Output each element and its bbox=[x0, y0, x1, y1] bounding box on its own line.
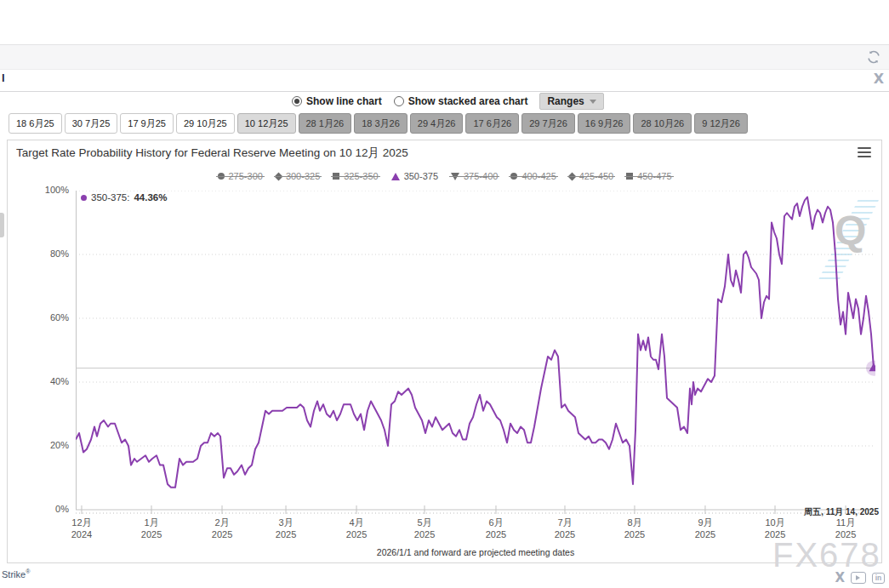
meeting-tab[interactable]: 29 7月26 bbox=[521, 113, 575, 134]
square-marker-icon bbox=[626, 173, 633, 180]
x-tick-label: 12月2024 bbox=[71, 517, 92, 540]
y-tick-label: 100% bbox=[8, 185, 69, 195]
legend-item-275-300[interactable]: 275-300 bbox=[218, 171, 263, 181]
chart-legend: 275-300300-325325-350350-375375-400400-4… bbox=[8, 171, 881, 181]
radio-selected-icon bbox=[292, 96, 302, 106]
legend-label: 275-300 bbox=[229, 171, 263, 181]
radio-area-label: Show stacked area chart bbox=[408, 95, 528, 107]
radio-line-label: Show line chart bbox=[306, 95, 382, 107]
series-dot-icon bbox=[81, 195, 87, 201]
diamond-marker-icon bbox=[274, 172, 282, 180]
registered-mark: ® bbox=[26, 568, 30, 574]
legend-label: 450-475 bbox=[637, 171, 671, 181]
truncated-label: l bbox=[2, 71, 5, 84]
legend-item-450-475[interactable]: 450-475 bbox=[626, 171, 671, 181]
legend-label: 350-375 bbox=[404, 171, 438, 181]
chart-title: Target Rate Probability History for Fede… bbox=[16, 146, 408, 161]
meeting-tab[interactable]: 9 12月26 bbox=[694, 113, 748, 134]
ranges-dropdown[interactable]: Ranges bbox=[539, 93, 603, 110]
x-tick-label: 9月2025 bbox=[695, 517, 715, 540]
refresh-icon[interactable] bbox=[865, 49, 882, 66]
meeting-tab[interactable]: 18 3月26 bbox=[354, 113, 407, 134]
legend-item-350-375[interactable]: 350-375 bbox=[391, 171, 438, 181]
x-tick-label: 8月2025 bbox=[624, 517, 645, 540]
x-tick-label: 2月2025 bbox=[212, 517, 232, 540]
meeting-tab[interactable]: 28 1月26 bbox=[299, 113, 352, 134]
legend-label: 300-325 bbox=[286, 171, 320, 181]
meeting-tab[interactable]: 16 9月26 bbox=[578, 113, 631, 134]
meeting-tab[interactable]: 29 4月26 bbox=[410, 113, 464, 134]
x-tick-label: 3月2025 bbox=[276, 517, 296, 540]
projected-dates-footnote: 2026/1/1 and forward are projected meeti… bbox=[76, 547, 875, 557]
square-marker-icon bbox=[333, 173, 339, 180]
meeting-tab[interactable]: 28 10月26 bbox=[633, 113, 692, 134]
legend-item-425-450[interactable]: 425-450 bbox=[569, 171, 613, 181]
line-chart-plot bbox=[76, 191, 875, 517]
radio-show-stacked-area-chart[interactable]: Show stacked area chart bbox=[394, 95, 528, 107]
x-tick-label: 5月2025 bbox=[414, 517, 435, 540]
ranges-label: Ranges bbox=[547, 95, 584, 107]
page: l X Show line chart Show stacked area ch… bbox=[0, 0, 889, 588]
legend-item-400-425[interactable]: 400-425 bbox=[510, 171, 556, 181]
hover-series-label: 350-375: 44.36% bbox=[81, 192, 167, 203]
triangle-down-marker-icon bbox=[451, 173, 459, 180]
meeting-tab[interactable]: 17 6月26 bbox=[465, 113, 519, 134]
legend-label: 375-400 bbox=[464, 171, 498, 181]
hover-date-label: 周五, 11月 14, 2025 bbox=[804, 506, 879, 518]
meeting-tab[interactable]: 30 7月25 bbox=[65, 113, 118, 134]
chart-card: Target Rate Probability History for Fede… bbox=[7, 140, 882, 563]
triangle-up-marker-icon bbox=[391, 173, 400, 180]
y-tick-label: 60% bbox=[8, 312, 69, 323]
meeting-tab[interactable]: 29 10月25 bbox=[176, 113, 235, 134]
legend-label: 325-350 bbox=[344, 171, 378, 181]
hover-series-value: 44.36% bbox=[134, 192, 167, 203]
hover-series-name: 350-375: bbox=[91, 192, 129, 203]
y-tick-label: 40% bbox=[8, 376, 69, 386]
close-x-icon[interactable]: X bbox=[874, 71, 884, 87]
meeting-tab[interactable]: 10 12月25 bbox=[237, 113, 296, 134]
x-tick-label: 6月2025 bbox=[486, 517, 506, 540]
fx678-watermark: FX678 bbox=[772, 536, 881, 574]
meeting-tab[interactable]: 17 9月25 bbox=[120, 113, 174, 134]
x-tick-label: 7月2025 bbox=[555, 517, 575, 540]
chevron-down-icon bbox=[590, 100, 596, 104]
legend-item-325-350[interactable]: 325-350 bbox=[333, 171, 378, 181]
y-tick-label: 0% bbox=[8, 504, 69, 514]
chart-menu-icon[interactable] bbox=[858, 147, 871, 157]
meeting-date-tabs: 18 6月2530 7月2517 9月2529 10月2510 12月2528 … bbox=[9, 113, 748, 134]
legend-label: 425-450 bbox=[579, 171, 613, 181]
left-edge-handle[interactable] bbox=[0, 213, 4, 237]
chart-mode-controls: Show line chart Show stacked area chart … bbox=[292, 93, 604, 110]
diamond-marker-icon bbox=[567, 172, 576, 180]
x-tick-label: 1月2025 bbox=[141, 517, 162, 540]
probability-line-series bbox=[76, 197, 874, 488]
radio-show-line-chart[interactable]: Show line chart bbox=[292, 95, 382, 107]
strike-brand-link[interactable]: Strike® bbox=[2, 568, 30, 579]
legend-item-300-325[interactable]: 300-325 bbox=[276, 171, 320, 181]
circle-marker-icon bbox=[510, 173, 517, 180]
legend-item-375-400[interactable]: 375-400 bbox=[451, 171, 498, 181]
y-tick-label: 20% bbox=[8, 440, 69, 450]
y-tick-label: 80% bbox=[8, 248, 69, 259]
sub-toolbar: l X bbox=[0, 69, 889, 92]
radio-unselected-icon bbox=[394, 96, 404, 106]
meeting-tab[interactable]: 18 6月25 bbox=[9, 113, 62, 134]
circle-marker-icon bbox=[218, 173, 225, 180]
x-tick-label: 4月2025 bbox=[346, 517, 367, 540]
legend-label: 400-425 bbox=[521, 171, 556, 181]
top-toolbar bbox=[0, 44, 889, 70]
